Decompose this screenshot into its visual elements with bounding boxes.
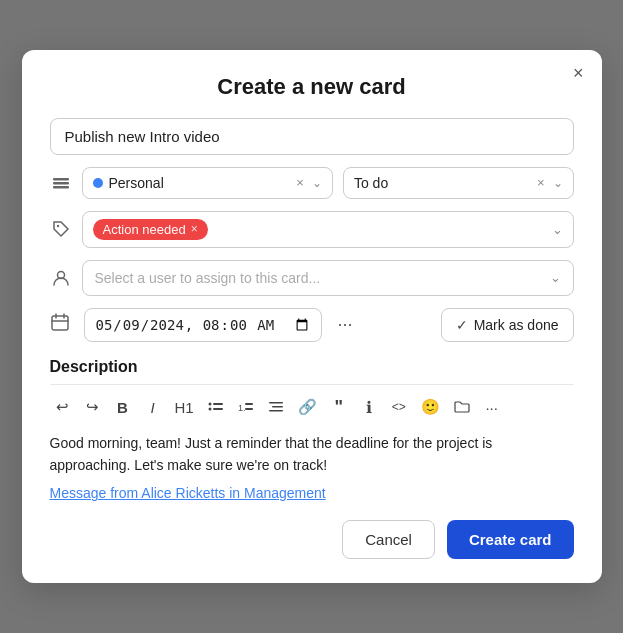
ordered-list-button[interactable]: 1. <box>233 395 259 419</box>
svg-point-6 <box>208 403 211 406</box>
link-button[interactable]: 🔗 <box>293 394 322 420</box>
assign-row: Select a user to assign to this card... … <box>50 260 574 296</box>
bullet-list-button[interactable] <box>203 395 229 419</box>
date-more-button[interactable]: ··· <box>336 310 355 339</box>
redo-button[interactable]: ↪ <box>80 394 106 420</box>
personal-status-row: Personal × ⌄ To do × ⌄ <box>50 167 574 199</box>
svg-rect-13 <box>269 402 283 404</box>
personal-dot <box>93 178 103 188</box>
description-heading: Description <box>50 358 574 376</box>
svg-rect-1 <box>53 182 69 185</box>
action-needed-chip: Action needed × <box>93 219 208 240</box>
quote-button[interactable]: " <box>326 393 352 422</box>
close-button[interactable]: × <box>573 64 584 82</box>
assign-select[interactable]: Select a user to assign to this card... … <box>82 260 574 296</box>
svg-text:1.: 1. <box>238 403 246 413</box>
person-icon <box>50 268 72 288</box>
svg-rect-2 <box>53 186 69 189</box>
editor-toolbar: ↩ ↪ B I H1 1. 🔗 " ℹ <> 🙂 <box>50 393 574 422</box>
personal-clear-button[interactable]: × <box>296 175 304 190</box>
mark-done-label: Mark as done <box>474 317 559 333</box>
date-input-wrap[interactable] <box>84 308 322 342</box>
tags-select[interactable]: Action needed × ⌄ <box>82 211 574 248</box>
tags-chevron-icon: ⌄ <box>552 222 563 237</box>
tag-chip-label: Action needed <box>103 222 186 237</box>
modal-dialog: × Create a new card Personal × ⌄ To do <box>22 50 602 584</box>
modal-footer: Cancel Create card <box>50 520 574 559</box>
undo-button[interactable]: ↩ <box>50 394 76 420</box>
svg-rect-14 <box>272 406 283 408</box>
info-button[interactable]: ℹ <box>356 394 382 421</box>
layers-icon <box>50 173 72 193</box>
tag-icon <box>50 219 72 239</box>
description-link[interactable]: Message from Alice Ricketts in Managemen… <box>50 485 326 501</box>
tags-row: Action needed × ⌄ <box>50 211 574 248</box>
modal-overlay: × Create a new card Personal × ⌄ To do <box>0 0 623 633</box>
italic-button[interactable]: I <box>140 395 166 420</box>
create-card-button[interactable]: Create card <box>447 520 574 559</box>
h1-button[interactable]: H1 <box>170 395 199 420</box>
svg-rect-5 <box>52 316 68 330</box>
date-row: ··· ✓ Mark as done <box>50 308 574 342</box>
description-body: Good morning, team! Just a reminder that… <box>50 432 574 477</box>
status-select[interactable]: To do × ⌄ <box>343 167 574 199</box>
svg-point-3 <box>56 225 58 227</box>
personal-label: Personal <box>109 175 289 191</box>
card-name-input[interactable] <box>50 118 574 155</box>
divider <box>50 384 574 385</box>
folder-button[interactable] <box>449 395 475 419</box>
mark-done-button[interactable]: ✓ Mark as done <box>441 308 574 342</box>
assign-chevron-icon: ⌄ <box>550 270 561 285</box>
date-input[interactable] <box>95 316 311 334</box>
status-label: To do <box>354 175 529 191</box>
description-section: Description ↩ ↪ B I H1 1. 🔗 " <box>50 358 574 503</box>
svg-rect-7 <box>213 403 223 405</box>
svg-rect-15 <box>269 410 283 412</box>
svg-point-8 <box>208 408 211 411</box>
cancel-button[interactable]: Cancel <box>342 520 435 559</box>
svg-rect-9 <box>213 408 223 410</box>
more-toolbar-button[interactable]: ··· <box>479 395 505 420</box>
svg-rect-0 <box>53 178 69 181</box>
code-button[interactable]: <> <box>386 396 412 418</box>
check-icon: ✓ <box>456 317 468 333</box>
personal-select[interactable]: Personal × ⌄ <box>82 167 333 199</box>
assign-placeholder: Select a user to assign to this card... <box>95 270 321 286</box>
calendar-icon <box>50 312 72 337</box>
modal-title: Create a new card <box>50 74 574 100</box>
svg-rect-11 <box>245 403 253 405</box>
personal-chevron-icon: ⌄ <box>312 176 322 190</box>
indent-button[interactable] <box>263 395 289 419</box>
svg-rect-12 <box>245 408 253 410</box>
tag-chip-remove[interactable]: × <box>191 222 198 236</box>
bold-button[interactable]: B <box>110 395 136 420</box>
status-clear-button[interactable]: × <box>537 175 545 190</box>
emoji-button[interactable]: 🙂 <box>416 394 445 420</box>
status-chevron-icon: ⌄ <box>553 176 563 190</box>
